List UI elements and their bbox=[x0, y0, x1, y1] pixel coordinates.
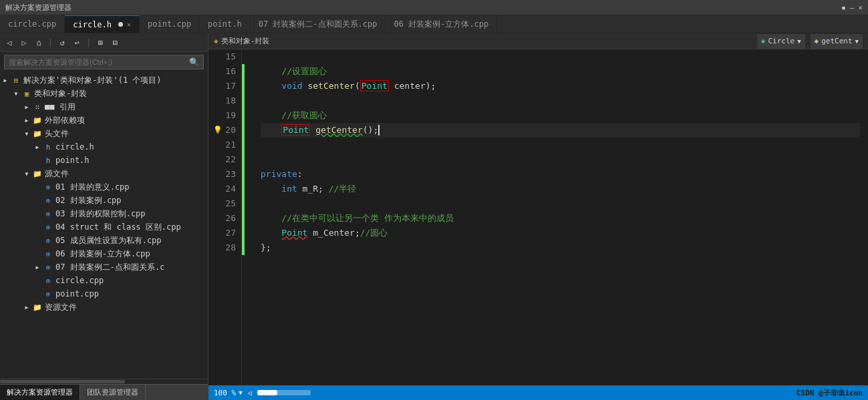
code-line-17: void setCenter ( Point center); bbox=[261, 79, 860, 93]
code-line-21 bbox=[261, 138, 860, 152]
tree-item-circle-cpp[interactable]: ⊕ circle.cpp bbox=[0, 274, 208, 287]
line-num-15: 15 bbox=[214, 49, 236, 64]
cpp-icon: ⊕ bbox=[43, 195, 53, 206]
tree-label: 06 封装案例-立方体.cpp bbox=[55, 248, 150, 260]
header-icon: h bbox=[43, 155, 53, 166]
search-icon[interactable]: 🔍 bbox=[189, 57, 199, 67]
tree-item-solution[interactable]: ▶ ⊞ 解决方案'类和对象-封装'(1 个项目) bbox=[0, 73, 208, 87]
expand-icon: ▶ bbox=[21, 115, 32, 126]
scroll-track bbox=[257, 390, 311, 395]
toolbar-forward-btn[interactable]: ▷ bbox=[17, 36, 31, 49]
chevron-down-icon: ▼ bbox=[855, 38, 859, 45]
breadcrumb-icon: ◈ bbox=[214, 37, 219, 45]
tab-label: circle.cpp bbox=[8, 19, 56, 29]
minimize-icon[interactable]: — bbox=[850, 3, 855, 12]
tree-item-ref[interactable]: ▶ ∷ ■■ 引用 bbox=[0, 100, 208, 114]
bottom-tab-team[interactable]: 团队资源管理器 bbox=[80, 385, 146, 401]
tab-point-cpp[interactable]: point.cpp bbox=[140, 15, 200, 33]
code-line-18 bbox=[261, 93, 860, 108]
tree-label: 02 封装案例.cpp bbox=[55, 195, 122, 206]
toolbar-stop-btn[interactable]: ↩ bbox=[70, 36, 84, 49]
expand-icon bbox=[32, 182, 43, 192]
tree-item-sources[interactable]: ▼ 📁 源文件 bbox=[0, 167, 208, 180]
lightbulb-icon: 💡 bbox=[213, 123, 223, 138]
tree-item-src06[interactable]: ⊕ 06 封装案例-立方体.cpp bbox=[0, 247, 208, 260]
tab-label: circle.h bbox=[73, 20, 112, 29]
toolbar-settings-btn[interactable]: ⊞ bbox=[94, 36, 107, 49]
tree-item-src07[interactable]: ▶ ⊕ 07 封装案例二-点和圆关系.c bbox=[0, 260, 208, 274]
tab-label: point.h bbox=[208, 19, 242, 29]
code-editor: 15 16 17 18 19 💡 20 21 22 23 24 25 26 27… bbox=[208, 49, 868, 385]
toolbar-home-btn[interactable]: ⌂ bbox=[32, 36, 45, 49]
main-area: ◁ ▷ ⌂ | ↺ ↩ | ⊞ ⊟ 🔍 ▶ ⊞ 解决方案'类和对象-封装'(1 … bbox=[0, 33, 868, 400]
line-num-16: 16 bbox=[214, 64, 236, 79]
line-num-25: 25 bbox=[214, 196, 236, 211]
code-line-24: int m_R; //半径 bbox=[261, 182, 860, 196]
tab-bar: circle.cpp circle.h ✕ point.cpp point.h … bbox=[0, 15, 868, 33]
tree-item-src04[interactable]: ⊕ 04 struct 和 class 区别.cpp bbox=[0, 220, 208, 234]
tree-item-src01[interactable]: ⊕ 01 封装的意义.cpp bbox=[0, 180, 208, 194]
toolbar-refresh-btn[interactable]: ↺ bbox=[55, 36, 69, 49]
tab-point-h[interactable]: point.h bbox=[200, 15, 251, 33]
tree-label: 01 封装的意义.cpp bbox=[55, 182, 130, 193]
tree-item-src05[interactable]: ⊕ 05 成员属性设置为私有.cpp bbox=[0, 234, 208, 247]
project-icon: ▣ bbox=[21, 88, 32, 99]
code-content[interactable]: //设置圆心 void setCenter ( Point center); bbox=[253, 49, 868, 385]
tab-encap2[interactable]: 07 封装案例二-点和圆关系.cpp bbox=[251, 15, 386, 33]
toolbar-filter-btn[interactable]: ⊟ bbox=[108, 36, 122, 49]
tree-item-src02[interactable]: ⊕ 02 封装案例.cpp bbox=[0, 194, 208, 207]
folder-icon: 📁 bbox=[32, 168, 43, 179]
expand-icon bbox=[32, 288, 43, 299]
cpp-icon: ⊕ bbox=[43, 235, 53, 246]
tab-cube[interactable]: 06 封装案例-立方体.cpp bbox=[386, 15, 497, 33]
tree-label: 类和对象-封装 bbox=[34, 88, 87, 99]
tab-label: point.cpp bbox=[148, 19, 191, 29]
title-bar: 解决方案资源管理器 ▪ — ✕ bbox=[0, 0, 868, 15]
tab-circle-h[interactable]: circle.h ✕ bbox=[65, 15, 140, 33]
zoom-down-icon[interactable]: ▼ bbox=[239, 389, 242, 396]
expand-icon bbox=[32, 248, 43, 259]
method-selector[interactable]: ◈ getCent ▼ bbox=[811, 34, 863, 49]
line-num-23: 23 bbox=[214, 167, 236, 182]
search-bar: 🔍 bbox=[4, 55, 204, 69]
toolbar-back-btn[interactable]: ◁ bbox=[3, 36, 16, 49]
method-selector-label: getCent bbox=[821, 37, 852, 45]
cpp-icon: ⊕ bbox=[43, 262, 53, 272]
expand-icon: ▼ bbox=[21, 168, 32, 179]
tree-item-project[interactable]: ▼ ▣ 类和对象-封装 bbox=[0, 87, 208, 100]
expand-icon: ▶ bbox=[21, 102, 32, 112]
cpp-icon: ⊕ bbox=[43, 288, 53, 299]
tree-label: 资源文件 bbox=[45, 302, 77, 313]
tree-item-src03[interactable]: ⊕ 03 封装的权限控制.cpp bbox=[0, 207, 208, 220]
tree-item-resources[interactable]: ▶ 📁 资源文件 bbox=[0, 301, 208, 314]
scrollbar-indicator[interactable]: ◁ bbox=[248, 389, 253, 397]
tree-item-ext-dep[interactable]: ▶ 📁 外部依赖项 bbox=[0, 114, 208, 127]
tree-item-point-cpp[interactable]: ⊕ point.cpp bbox=[0, 287, 208, 301]
tab-close-btn[interactable]: ✕ bbox=[127, 21, 131, 28]
method-selector-icon: ◈ bbox=[815, 37, 819, 45]
breadcrumb-bar: ◈ 类和对象-封装 ◈ Circle ▼ ◈ getCent ▼ bbox=[208, 33, 868, 49]
editor-area: ◈ 类和对象-封装 ◈ Circle ▼ ◈ getCent ▼ 15 16 1… bbox=[208, 33, 868, 400]
pin-icon[interactable]: ▪ bbox=[841, 3, 846, 12]
expand-icon: ▶ bbox=[32, 142, 43, 152]
search-input[interactable] bbox=[9, 58, 186, 66]
modified-indicator bbox=[118, 22, 123, 27]
zoom-selector[interactable]: 100 % ▼ bbox=[214, 389, 243, 397]
tab-circle-cpp[interactable]: circle.cpp bbox=[0, 15, 65, 33]
close-icon[interactable]: ✕ bbox=[858, 3, 863, 12]
tree-item-circle-h[interactable]: ▶ h circle.h bbox=[0, 140, 208, 154]
class-selector[interactable]: ◈ Circle ▼ bbox=[757, 34, 805, 49]
bottom-tab-label: 解决方案资源管理器 bbox=[7, 387, 73, 397]
tree-item-headers[interactable]: ▼ 📁 头文件 bbox=[0, 127, 208, 140]
gutter bbox=[245, 49, 253, 385]
scroll-thumb[interactable] bbox=[257, 390, 277, 395]
tree-label: 解决方案'类和对象-封装'(1 个项目) bbox=[23, 75, 162, 86]
bottom-tab-solution[interactable]: 解决方案资源管理器 bbox=[0, 385, 80, 401]
solution-icon: ⊞ bbox=[11, 75, 21, 85]
point-highlight-17: Point bbox=[360, 80, 389, 91]
tree-item-point-h[interactable]: h point.h bbox=[0, 154, 208, 167]
expand-icon: ▼ bbox=[11, 88, 21, 99]
tree-label: point.cpp bbox=[55, 289, 99, 298]
expand-icon bbox=[32, 155, 43, 166]
status-left: 100 % ▼ ◁ bbox=[214, 389, 311, 397]
